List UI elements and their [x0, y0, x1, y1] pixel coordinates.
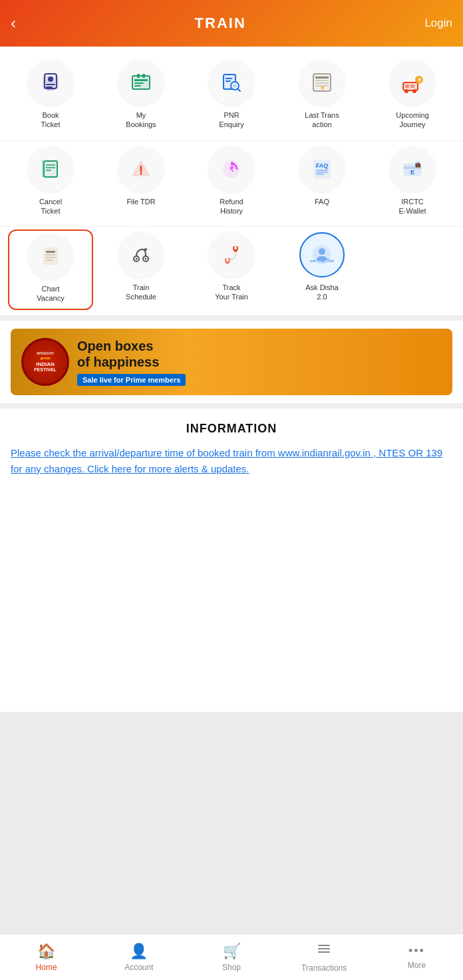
faq-icon: FAQ: [299, 146, 345, 192]
track-train-item[interactable]: TrackYour Train: [189, 230, 274, 310]
svg-rect-9: [134, 82, 144, 84]
chart-vacancy-item[interactable]: ChartVacancy: [8, 230, 93, 310]
svg-rect-12: [137, 74, 140, 78]
upcoming-journey-item[interactable]: ₹ UpcomingJourney: [370, 57, 455, 135]
festival-badge: amazon great INDIAN FESTIVAL: [21, 338, 69, 386]
svg-point-16: [233, 84, 237, 88]
file-tdr-label: File TDR: [126, 197, 155, 206]
nav-account-label: Account: [124, 963, 153, 972]
shop-icon: 🛒: [223, 943, 241, 960]
back-button[interactable]: ‹: [11, 14, 16, 33]
information-title: INFORMATION: [11, 422, 452, 436]
svg-rect-58: [46, 257, 55, 258]
my-bookings-icon: [118, 60, 164, 105]
upcoming-journey-label: UpcomingJourney: [396, 110, 429, 130]
nav-shop-label: Shop: [222, 963, 241, 972]
svg-point-65: [234, 247, 237, 249]
book-ticket-label: BookTicket: [41, 110, 61, 130]
grey-filler: [0, 712, 463, 933]
train-schedule-item[interactable]: TrainSchedule: [98, 230, 184, 310]
svg-rect-32: [410, 84, 414, 88]
grid-row-2: CancelTicket File TDR ₹ Re: [0, 140, 463, 227]
svg-rect-56: [46, 251, 55, 253]
svg-rect-4: [46, 86, 53, 88]
empty-cell: [370, 230, 455, 310]
svg-point-5: [46, 88, 55, 90]
svg-rect-18: [226, 78, 232, 79]
last-transaction-label: Last Transaction: [305, 110, 339, 130]
svg-point-63: [145, 258, 147, 260]
svg-rect-3: [46, 84, 55, 85]
svg-rect-23: [315, 80, 329, 81]
svg-text:💼: 💼: [415, 162, 421, 168]
icon-grid-row2: CancelTicket File TDR ₹ Re: [5, 144, 458, 222]
my-bookings-label: MyBookings: [126, 110, 156, 130]
svg-point-64: [144, 248, 147, 251]
file-tdr-item[interactable]: File TDR: [98, 144, 184, 222]
faq-item[interactable]: FAQ FAQ: [279, 144, 365, 222]
login-button[interactable]: Login: [424, 17, 452, 30]
grid-row-3: ChartVacancy TrainSchedule: [0, 226, 463, 315]
section-divider-2: [0, 403, 463, 408]
icon-grid-row1: BookTicket MyBookings: [5, 57, 458, 135]
page-title: TRAIN: [195, 15, 246, 32]
cancel-ticket-label: CancelTicket: [39, 197, 62, 216]
nav-transactions[interactable]: Transactions: [278, 934, 371, 980]
nav-account[interactable]: 👤 Account: [92, 934, 185, 980]
svg-text:E: E: [410, 169, 414, 176]
cancel-ticket-item[interactable]: CancelTicket: [8, 144, 93, 222]
pnr-enquiry-item[interactable]: PNREnquiry: [189, 57, 274, 135]
banner-sub-text: Sale live for Prime members: [77, 374, 186, 386]
grid-row-1: BookTicket MyBookings: [0, 47, 463, 140]
irctc-ewallet-item[interactable]: E 💼 IRCTCE-Wallet: [370, 144, 455, 222]
transactions-icon: [317, 942, 331, 961]
nav-shop[interactable]: 🛒 Shop: [185, 934, 277, 980]
nav-home-label: Home: [36, 963, 57, 972]
app-header: ‹ TRAIN Login: [0, 0, 463, 47]
information-link[interactable]: Please check the arrival/departure time …: [11, 447, 442, 474]
svg-rect-55: [44, 248, 57, 264]
book-ticket-item[interactable]: BookTicket: [8, 57, 93, 135]
icon-grid-row3: ChartVacancy TrainSchedule: [5, 230, 458, 310]
nav-more[interactable]: ••• More: [371, 934, 463, 980]
svg-rect-24: [315, 82, 329, 84]
last-transaction-icon: ₹: [299, 60, 345, 105]
svg-text:₹: ₹: [230, 166, 234, 173]
svg-text:FAQ: FAQ: [316, 162, 329, 169]
upcoming-journey-icon: ₹: [390, 60, 435, 105]
faq-label: FAQ: [315, 197, 329, 206]
promo-banner[interactable]: amazon great INDIAN FESTIVAL Open boxeso…: [11, 329, 452, 395]
refund-history-label: RefundHistory: [220, 197, 243, 216]
svg-text:Book Train Ticket: Book Train Ticket: [310, 259, 334, 263]
nav-home[interactable]: 🏠 Home: [0, 934, 92, 980]
svg-rect-70: [318, 945, 330, 946]
banner-right: Open boxesof happiness Sale live for Pri…: [69, 338, 442, 386]
pnr-enquiry-icon: [209, 60, 254, 105]
track-train-icon: [209, 232, 254, 277]
svg-rect-57: [46, 254, 55, 255]
ask-disha-item[interactable]: Book Train Ticket Ask Disha2.0: [279, 230, 365, 310]
svg-point-62: [136, 258, 138, 260]
home-icon: 🏠: [37, 943, 55, 960]
banner-section: amazon great INDIAN FESTIVAL Open boxeso…: [0, 321, 463, 403]
svg-rect-72: [318, 951, 330, 953]
my-bookings-item[interactable]: MyBookings: [98, 57, 184, 135]
svg-rect-48: [316, 172, 328, 173]
train-schedule-label: TrainSchedule: [126, 283, 156, 302]
ask-disha-icon: Book Train Ticket: [299, 232, 345, 277]
refund-history-item[interactable]: ₹ RefundHistory: [189, 144, 274, 222]
svg-line-17: [238, 89, 241, 92]
last-transaction-item[interactable]: ₹ Last Transaction: [279, 57, 365, 135]
nav-more-label: More: [408, 961, 426, 970]
svg-rect-49: [316, 174, 324, 175]
ask-disha-label: Ask Disha2.0: [305, 283, 339, 302]
banner-left: amazon great INDIAN FESTIVAL: [21, 338, 69, 386]
file-tdr-icon: [118, 146, 164, 192]
chart-vacancy-label: ChartVacancy: [37, 284, 64, 303]
svg-rect-47: [316, 170, 328, 171]
banner-main-text: Open boxesof happiness: [77, 338, 442, 370]
irctc-ewallet-label: IRCTCE-Wallet: [398, 197, 426, 216]
book-ticket-icon: [28, 60, 73, 105]
svg-point-68: [319, 248, 325, 255]
chart-vacancy-icon: [28, 234, 73, 279]
